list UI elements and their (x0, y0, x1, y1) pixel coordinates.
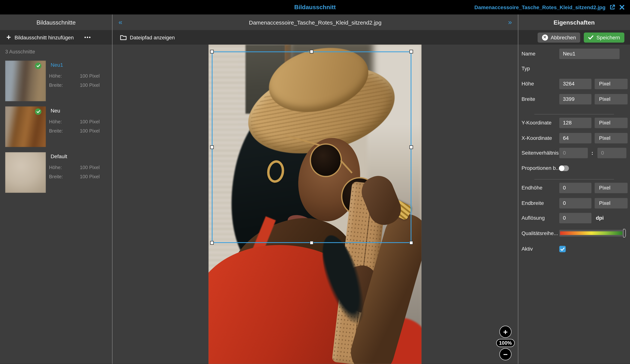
viewer-panel: « Damenaccessoire_Tasche_Rotes_Kleid_sit… (112, 14, 518, 364)
row-name: Name Neu1 (518, 48, 630, 59)
row-aufloesung: Auflösung 0 dpi (518, 213, 630, 224)
list-item-neu1[interactable]: Neu1 Höhe: 100 Pixel Breite: 100 Pixel (0, 61, 112, 101)
separator (534, 114, 614, 114)
sidebar-toolbar: + Bildausschnitt hinzufügen ••• (0, 30, 112, 44)
properties-panel: Eigenschaften ✕ Abbrechen Speichern Name… (518, 14, 630, 364)
row-hoehe: Höhe 3264 Pixel (518, 79, 630, 89)
dpi-label: dpi (596, 213, 604, 224)
aktiv-checkbox[interactable] (559, 246, 566, 252)
crop-handle-s[interactable] (310, 241, 313, 244)
hoehe-label: Höhe: (49, 73, 62, 79)
aufloesung-label: Auflösung (522, 213, 545, 224)
export-icon[interactable] (609, 4, 616, 10)
typ-label: Typ (522, 64, 530, 74)
endbreite-input[interactable]: 0 (559, 198, 592, 208)
add-crop-button[interactable]: + Bildausschnitt hinzufügen ••• (0, 30, 112, 44)
crop-handle-e[interactable] (410, 146, 413, 149)
name-input[interactable]: Neu1 (559, 48, 620, 59)
row-endhoehe: Endhöhe 0 Pixel (518, 183, 630, 193)
row-proportionen: Proportionen b... (518, 163, 630, 174)
row-breite: Breite 3399 Pixel (518, 94, 630, 104)
viewer-header: « Damenaccessoire_Tasche_Rotes_Kleid_sit… (112, 14, 518, 30)
hoehe-label: Höhe (522, 79, 534, 89)
crop-count-label: 3 Ausschnitte (5, 49, 35, 54)
properties-actions: ✕ Abbrechen Speichern (518, 30, 630, 44)
x-unit-select[interactable]: Pixel (594, 133, 628, 144)
save-label: Speichern (596, 34, 620, 40)
zoom-controls: + 100% − (487, 326, 518, 360)
crop-handle-w[interactable] (210, 146, 214, 149)
row-qualitaet: Qualitätsreihe... (518, 228, 630, 238)
endhoehe-unit-select[interactable]: Pixel (594, 183, 628, 193)
breite-unit-select[interactable]: Pixel (594, 94, 628, 104)
x-label: X-Koordinate (522, 133, 552, 144)
proportions-toggle[interactable] (559, 166, 569, 171)
topbar-filename: Damenaccessoire_Tasche_Rotes_Kleid_sitze… (474, 4, 606, 10)
check-circle-icon (35, 108, 41, 115)
more-menu-button[interactable]: ••• (84, 34, 91, 40)
topbar-file-group: Damenaccessoire_Tasche_Rotes_Kleid_sitze… (474, 0, 625, 14)
show-filepath-button[interactable]: Dateipfad anzeigen (120, 34, 175, 40)
name-label: Name (522, 48, 535, 59)
item-meta: Neu1 Höhe: 100 Pixel Breite: 100 Pixel (49, 61, 100, 88)
prev-image-button[interactable]: « (118, 19, 122, 26)
check-circle-icon (35, 62, 41, 69)
crop-handle-ne[interactable] (410, 50, 413, 54)
divider-left (112, 14, 112, 364)
divider-right (518, 14, 518, 364)
app-title: Bildausschnitt (294, 0, 336, 14)
zoom-out-button[interactable]: − (500, 348, 512, 360)
quality-slider[interactable] (559, 230, 626, 236)
close-icon[interactable] (619, 4, 625, 10)
cancel-x-icon: ✕ (542, 34, 548, 40)
hoehe-unit-select[interactable]: Pixel (594, 79, 628, 89)
crop-handle-nw[interactable] (210, 50, 214, 54)
hoehe-input[interactable]: 3264 (559, 79, 592, 89)
show-filepath-label: Dateipfad anzeigen (130, 34, 175, 40)
endhoehe-label: Endhöhe (522, 183, 542, 193)
quality-slider-handle[interactable] (623, 229, 625, 237)
next-image-button[interactable]: » (508, 19, 512, 26)
crop-handle-n[interactable] (310, 50, 313, 54)
list-item-default[interactable]: Default Höhe: 100 Pixel Breite: 100 Pixe… (0, 152, 112, 193)
properties-title: Eigenschaften (518, 14, 630, 30)
y-input[interactable]: 128 (559, 118, 592, 128)
image-canvas[interactable]: + 100% − (112, 44, 518, 364)
y-unit-select[interactable]: Pixel (594, 118, 628, 128)
crop-handle-sw[interactable] (210, 241, 214, 244)
cancel-button[interactable]: ✕ Abbrechen (538, 32, 580, 42)
y-label: Y-Koordinate (522, 118, 552, 128)
ratio-colon: : (592, 148, 593, 158)
row-endbreite: Endbreite 0 Pixel (518, 198, 630, 208)
quality-label: Qualitätsreihe... (522, 228, 558, 238)
ratio-input-2[interactable]: 0 (598, 148, 626, 158)
crop-item-name: Default (50, 154, 100, 160)
crop-selection[interactable] (212, 51, 412, 243)
row-typ: Typ (518, 64, 630, 74)
aufloesung-input[interactable]: 0 (559, 213, 592, 224)
hoehe-label: Höhe: (49, 119, 62, 124)
topbar: Bildausschnitt Damenaccessoire_Tasche_Ro… (0, 0, 630, 14)
hoehe-label: Höhe: (49, 165, 62, 170)
folder-icon (120, 35, 126, 40)
breite-input[interactable]: 3399 (559, 94, 592, 104)
endbreite-unit-select[interactable]: Pixel (594, 198, 628, 208)
ratio-input-1[interactable]: 0 (559, 148, 588, 158)
crop-handle-se[interactable] (410, 241, 413, 244)
item-meta: Neu Höhe: 100 Pixel Breite: 100 Pixel (49, 106, 100, 134)
hoehe-value: 100 Pixel (80, 73, 100, 79)
zoom-in-button[interactable]: + (500, 326, 512, 338)
x-input[interactable]: 64 (559, 133, 592, 144)
ratio-label: Seitenverhältnis (522, 148, 558, 158)
row-aktiv: Aktiv (518, 244, 630, 254)
list-item-neu[interactable]: Neu Höhe: 100 Pixel Breite: 100 Pixel (0, 106, 112, 147)
save-button[interactable]: Speichern (584, 32, 624, 42)
breite-value: 100 Pixel (80, 82, 100, 88)
crop-thumbnail (5, 152, 46, 193)
plus-icon: + (6, 33, 11, 41)
item-meta: Default Höhe: 100 Pixel Breite: 100 Pixe… (49, 152, 100, 180)
breite-value: 100 Pixel (80, 128, 100, 134)
endhoehe-input[interactable]: 0 (559, 183, 592, 193)
hoehe-value: 100 Pixel (80, 165, 100, 170)
separator (534, 179, 614, 180)
